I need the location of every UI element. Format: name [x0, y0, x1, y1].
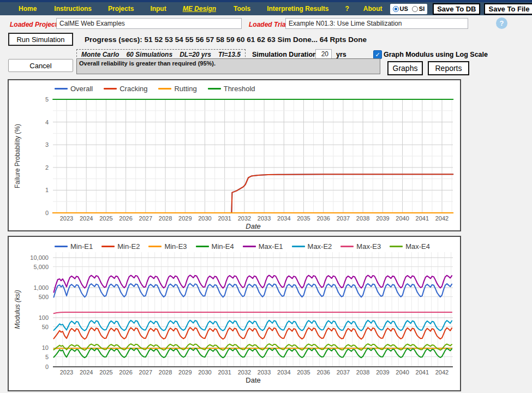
- svg-text:5: 5: [45, 96, 49, 103]
- legend-label: Min-E4: [212, 242, 234, 251]
- svg-text:2036: 2036: [316, 369, 330, 376]
- svg-text:2035: 2035: [297, 215, 310, 222]
- legend-dash-icon: [158, 88, 171, 90]
- series-min-e1: [54, 283, 452, 297]
- svg-text:Failure Probability (%): Failure Probability (%): [14, 124, 21, 188]
- svg-text:2038: 2038: [356, 215, 369, 222]
- svg-text:2040: 2040: [396, 215, 409, 222]
- svg-text:10: 10: [42, 344, 49, 351]
- svg-text:100: 100: [39, 314, 49, 321]
- chart2-legend: Min-E1Min-E2Min-E3Min-E4Max-E1Max-E2Max-…: [55, 242, 430, 251]
- monte-carlo-label: Monte Carlo: [81, 51, 119, 58]
- legend-dash-icon: [101, 246, 115, 247]
- log-scale-checkbox[interactable]: [373, 50, 382, 59]
- svg-text:2027: 2027: [139, 215, 152, 222]
- series-cracking: [53, 174, 453, 213]
- legend-dash-icon: [390, 246, 403, 247]
- svg-text:2034: 2034: [277, 369, 290, 376]
- svg-text:2029: 2029: [178, 369, 192, 376]
- save-to-file-button[interactable]: Save To File: [484, 3, 532, 15]
- nav-item-input[interactable]: Input: [150, 5, 166, 13]
- legend-dash-icon: [148, 246, 162, 247]
- graphs-button[interactable]: Graphs: [387, 61, 423, 75]
- radio-us[interactable]: US: [393, 5, 408, 12]
- svg-text:2042: 2042: [435, 215, 449, 222]
- svg-text:2025: 2025: [99, 369, 112, 376]
- svg-text:2027: 2027: [139, 369, 152, 376]
- chart1-plot: 2023202420252026202720282029203020312032…: [9, 80, 460, 230]
- failure-probability-chart: OverallCrackingRuttingThreshold202320242…: [8, 79, 461, 231]
- help-icon[interactable]: ?: [496, 17, 507, 29]
- legend-item-max-e1: Max-E1: [243, 242, 283, 251]
- svg-text:2026: 2026: [119, 369, 132, 376]
- svg-text:5: 5: [45, 354, 49, 360]
- svg-text:2037: 2037: [337, 369, 350, 376]
- nav-item-instructions[interactable]: Instructions: [54, 5, 92, 13]
- nav-item-me-design[interactable]: ME Design: [183, 5, 216, 13]
- nav-item-home[interactable]: Home: [19, 5, 37, 13]
- svg-text:2031: 2031: [218, 215, 231, 222]
- legend-item-threshold: Threshold: [208, 85, 255, 93]
- svg-text:2038: 2038: [356, 369, 369, 376]
- svg-text:2032: 2032: [238, 369, 251, 376]
- legend-label: Max-E3: [356, 242, 381, 251]
- radio-si-label: SI: [419, 5, 425, 12]
- modulus-chart: Min-E1Min-E2Min-E3Min-E4Max-E1Max-E2Max-…: [8, 236, 461, 391]
- loaded-project-input[interactable]: [56, 18, 242, 29]
- svg-text:2039: 2039: [376, 369, 389, 376]
- nav-item-about[interactable]: About: [363, 5, 382, 13]
- run-simulation-button[interactable]: Run Simulation: [8, 33, 73, 46]
- nav-item-interpreting-results[interactable]: Interpreting Results: [267, 5, 328, 13]
- design-life-label: DL=20 yrs: [180, 51, 211, 58]
- cancel-button[interactable]: Cancel: [8, 59, 73, 72]
- svg-text:50: 50: [42, 324, 49, 330]
- svg-text:2024: 2024: [80, 369, 93, 376]
- series-overall: [53, 174, 453, 213]
- legend-dash-icon: [208, 88, 221, 90]
- svg-text:2033: 2033: [258, 369, 271, 376]
- loaded-trial-input[interactable]: [285, 18, 468, 29]
- svg-text:2030: 2030: [198, 369, 211, 376]
- nav-item-projects[interactable]: Projects: [108, 5, 134, 13]
- svg-text:2032: 2032: [238, 215, 251, 222]
- simulations-count-label: 60 Simulations: [126, 51, 172, 58]
- legend-item-max-e4: Max-E4: [390, 242, 430, 251]
- legend-dash-icon: [243, 246, 256, 247]
- legend-item-min-e2: Min-E2: [101, 242, 140, 251]
- radio-us-icon: [393, 6, 399, 12]
- svg-text:2024: 2024: [80, 215, 93, 222]
- legend-label: Rutting: [174, 85, 196, 93]
- legend-label: Min-E3: [164, 242, 187, 251]
- svg-text:3: 3: [45, 141, 49, 148]
- sim-duration-input[interactable]: [315, 49, 332, 59]
- reports-button[interactable]: Reports: [428, 61, 469, 75]
- legend-dash-icon: [340, 246, 354, 247]
- sim-duration-units-label: yrs: [336, 51, 346, 58]
- series-min-e4: [54, 348, 452, 358]
- log-scale-label: Graph Modulus using Log Scale: [384, 51, 488, 58]
- status-message-box: Overall reliability is greater than requ…: [76, 58, 380, 74]
- legend-dash-icon: [55, 88, 68, 90]
- nav-item-tools[interactable]: Tools: [234, 5, 250, 13]
- series-max-e3: [54, 312, 452, 313]
- series-max-e1: [54, 275, 452, 292]
- radio-si[interactable]: SI: [412, 5, 425, 12]
- save-to-db-button[interactable]: Save To DB: [433, 3, 480, 15]
- legend-label: Min-E2: [117, 242, 140, 251]
- svg-text:2029: 2029: [178, 215, 192, 222]
- nav-item-help[interactable]: ?: [345, 5, 349, 13]
- sim-duration-label: Simulation Duration: [252, 51, 317, 58]
- svg-text:2023: 2023: [60, 215, 73, 222]
- svg-text:2: 2: [45, 164, 49, 171]
- svg-text:0: 0: [45, 210, 49, 216]
- legend-item-min-e1: Min-E1: [55, 242, 93, 251]
- svg-text:2028: 2028: [159, 369, 172, 376]
- legend-dash-icon: [196, 246, 209, 247]
- svg-text:2033: 2033: [258, 215, 271, 222]
- svg-text:2030: 2030: [198, 215, 211, 222]
- svg-text:2040: 2040: [396, 369, 409, 376]
- app-root: Home Instructions Projects Input ME Desi…: [0, 0, 532, 393]
- traffic-index-label: TI=13.5: [218, 51, 241, 58]
- legend-item-max-e2: Max-E2: [292, 242, 332, 251]
- legend-label: Max-E4: [405, 242, 430, 251]
